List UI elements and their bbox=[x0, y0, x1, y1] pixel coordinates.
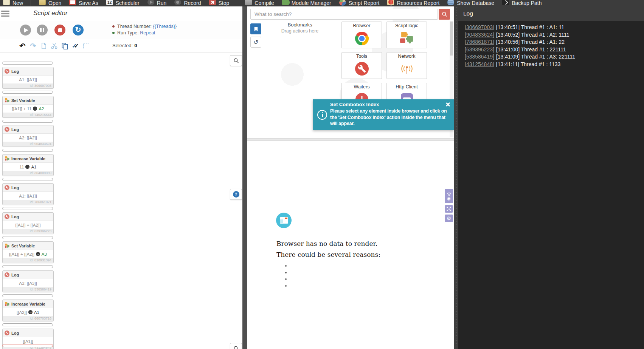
toolbar-item-label: Open bbox=[48, 0, 61, 6]
run-type-label: Run Type: bbox=[117, 30, 139, 36]
info-icon bbox=[317, 110, 327, 120]
drop-zone-pill[interactable] bbox=[2, 149, 53, 152]
toolbar-icon-text: 12 bbox=[106, 0, 113, 5]
select-all-icon[interactable] bbox=[81, 41, 91, 51]
history-undo-button[interactable] bbox=[250, 37, 261, 48]
left-splitter[interactable] bbox=[242, 6, 247, 349]
toolbar-item[interactable]: Record bbox=[174, 0, 201, 6]
log-entry-id-link[interactable]: [538586419] bbox=[465, 54, 494, 60]
action-block-id: Id: 639396223 bbox=[3, 229, 53, 234]
action-category-card[interactable]: Tools bbox=[341, 52, 382, 79]
action-block[interactable]: Log A1: [[A1]] Id: 306697003 bbox=[2, 67, 54, 89]
action-type-icon bbox=[5, 330, 9, 335]
action-block-body: A2: [[A2]] bbox=[3, 134, 53, 142]
category-label: Network bbox=[387, 54, 427, 59]
network-activity-button[interactable]: ◉ bbox=[445, 189, 453, 203]
log-entry-id-link[interactable]: [431254848] bbox=[465, 61, 494, 67]
log-entry-id-link[interactable]: [904833624] bbox=[465, 32, 494, 38]
drop-zone-pill[interactable] bbox=[2, 91, 53, 94]
drop-zone-pill[interactable] bbox=[2, 265, 53, 268]
menu-hamburger-icon[interactable] bbox=[1, 11, 9, 18]
action-expression: A3: [[A3]] bbox=[19, 281, 37, 286]
toolbar-item[interactable]: Resources Report bbox=[387, 0, 439, 6]
action-expression: [[A1]] + 11 bbox=[12, 107, 32, 111]
copy-icon[interactable] bbox=[39, 41, 49, 51]
end-drop-zone-pill[interactable] bbox=[2, 344, 53, 347]
multi-check-icon[interactable]: ✓✓ bbox=[70, 41, 81, 51]
action-block-wrap: Set Variable [[A1]] + [[A2]] A3 Id: 8209… bbox=[2, 236, 59, 263]
stop-button[interactable] bbox=[54, 25, 65, 36]
right-splitter[interactable] bbox=[454, 6, 458, 349]
toolbar-item[interactable]: Show Database bbox=[447, 0, 494, 6]
toolbar-item[interactable]: Script Report bbox=[339, 0, 380, 6]
toolbar-item[interactable]: New bbox=[3, 0, 31, 6]
drop-zone-pill[interactable] bbox=[2, 323, 53, 326]
action-block[interactable]: Log [[A1]] + [[A2]] Id: 639396223 bbox=[2, 212, 54, 234]
drop-zone-pill[interactable] bbox=[2, 207, 53, 210]
panel-divider[interactable] bbox=[247, 138, 454, 141]
action-category-card[interactable]: Script logic bbox=[386, 22, 427, 48]
log-entry-text: [13:41:09] Thread #1 : A3: 221111 bbox=[496, 54, 575, 60]
toolbar-item[interactable]: Backup Path bbox=[502, 0, 542, 6]
action-expression: A1: [[A1]] bbox=[19, 77, 37, 82]
toolbar-item-icon bbox=[245, 0, 252, 5]
action-expression: [[A1]] bbox=[23, 339, 33, 344]
thread-number-value[interactable]: {{Threads}} bbox=[153, 24, 177, 29]
log-entry: [538586419][13:41:09] Thread #1 : A3: 22… bbox=[465, 53, 640, 61]
action-block[interactable]: Set Variable [[A1]] + [[A2]] A3 Id: 8209… bbox=[2, 241, 54, 263]
toolbar-item[interactable]: Run bbox=[147, 0, 167, 6]
undo-icon[interactable]: ↶ bbox=[17, 41, 28, 51]
action-block-title: Log bbox=[11, 69, 19, 74]
run-type-value[interactable]: Repeat bbox=[140, 30, 155, 36]
log-entry-id-link[interactable]: [639396223] bbox=[465, 46, 494, 53]
toolbar-item[interactable]: Stop bbox=[209, 0, 237, 6]
toolbar-item[interactable]: Module Manager bbox=[282, 0, 331, 6]
action-block-wrap: Log [[A1]] + [[A2]] Id: 639396223 bbox=[2, 207, 59, 234]
cut-scissors-icon[interactable] bbox=[49, 41, 59, 51]
play-button[interactable] bbox=[20, 25, 31, 36]
pause-button[interactable] bbox=[37, 25, 48, 36]
drop-zone-pill[interactable] bbox=[2, 62, 53, 65]
action-block-wrap: Log A1: [[A1]] Id: 306697003 bbox=[2, 62, 59, 89]
restart-button[interactable] bbox=[73, 25, 84, 36]
drop-zone-pill[interactable] bbox=[2, 120, 53, 123]
paste-icon[interactable] bbox=[60, 41, 70, 51]
action-block[interactable]: Increase Variable [[A2]] A1 Id: 66070371… bbox=[2, 300, 54, 321]
action-block[interactable]: Log A2: [[A2]] Id: 904833624 bbox=[2, 125, 54, 147]
action-category-card[interactable]: Browser bbox=[341, 22, 382, 48]
category-label: Http Client bbox=[387, 84, 427, 90]
wifi-icon bbox=[446, 192, 452, 196]
action-category-card[interactable]: Network bbox=[386, 52, 427, 79]
search-input[interactable] bbox=[250, 9, 438, 20]
action-block[interactable]: Log A1: [[A1]] Id: 786861871 bbox=[2, 183, 54, 205]
action-block[interactable]: Log A3: [[A3]] Id: 538586419 bbox=[2, 270, 54, 292]
toolbar-item[interactable]: Compile bbox=[245, 0, 274, 6]
fullscreen-button[interactable] bbox=[445, 205, 453, 213]
search-actions-button-bottom[interactable] bbox=[230, 343, 242, 349]
toolbar-item-icon bbox=[3, 0, 10, 5]
drop-zone-pill[interactable] bbox=[2, 294, 53, 297]
action-block[interactable]: Set Variable [[A1]] + 11 A2 Id: 74621554… bbox=[2, 96, 54, 118]
action-block-wrap: Set Variable [[A1]] + 11 A2 Id: 74621554… bbox=[2, 91, 59, 118]
log-entry-id-link[interactable]: [786861871] bbox=[465, 39, 494, 45]
toolbar-item[interactable]: Save As bbox=[69, 0, 98, 6]
toolbar-item[interactable]: 12 Scheduler bbox=[106, 0, 140, 6]
redo-icon[interactable]: ↷ bbox=[28, 41, 38, 51]
browser-settings-button[interactable]: ⚙ bbox=[445, 215, 453, 222]
log-entry-id-link[interactable]: [306697003] bbox=[465, 24, 494, 30]
action-block[interactable]: Increase Variable 11 A1 Id: 364009989 bbox=[2, 154, 54, 176]
help-button[interactable] bbox=[230, 189, 242, 200]
drop-zone-pill[interactable] bbox=[2, 236, 53, 239]
bookmarks-title: Bookmarks bbox=[270, 22, 330, 28]
drop-zone-pill[interactable] bbox=[2, 178, 53, 181]
search-actions-button[interactable] bbox=[230, 55, 242, 66]
category-icon bbox=[399, 31, 414, 46]
search-button[interactable] bbox=[439, 9, 450, 20]
close-icon[interactable] bbox=[445, 102, 450, 107]
action-block-body: [[A2]] A1 bbox=[3, 308, 53, 316]
action-target-variable: A1 bbox=[34, 310, 39, 315]
toolbar-item[interactable]: Open bbox=[39, 0, 61, 6]
category-cards: Browser Script logic Tools bbox=[341, 22, 427, 110]
bookmarks-button[interactable] bbox=[250, 23, 261, 34]
script-editor-panel: Script editor Thread Number: {{Threads}}… bbox=[0, 6, 242, 349]
